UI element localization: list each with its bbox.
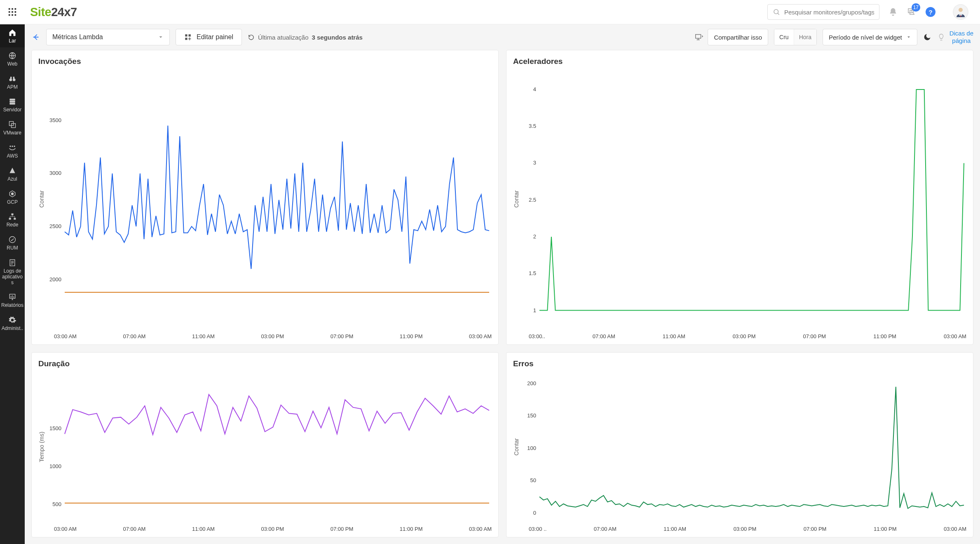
- widgets-icon: [184, 33, 192, 41]
- brand-site: Site: [30, 5, 51, 19]
- sidebar-item-label: Lar: [9, 38, 16, 44]
- svg-text:2500: 2500: [49, 223, 61, 229]
- x-axis: 03:00..07:00 AM11:00 AM03:00 PM07:00 PM1…: [513, 331, 966, 340]
- logs-icon: [8, 259, 16, 267]
- svg-text:4: 4: [533, 86, 536, 92]
- tips-line1: Dicas de: [950, 30, 973, 37]
- last-update-label: Última atualização: [258, 34, 309, 41]
- x-tick: 03:00 AM: [944, 526, 966, 532]
- svg-point-23: [9, 146, 11, 147]
- brand-suffix: 24x7: [51, 5, 77, 19]
- presentation-mode-button[interactable]: [694, 33, 703, 42]
- sidebar-item-network[interactable]: Rede: [0, 208, 25, 231]
- dashboard-selector[interactable]: Métricas Lambda: [46, 29, 170, 45]
- x-tick: 07:00 PM: [331, 333, 354, 339]
- x-tick: 11:00 PM: [400, 526, 423, 532]
- global-search[interactable]: [767, 4, 879, 20]
- notifications-bell-button[interactable]: [889, 7, 898, 16]
- svg-text:0: 0: [533, 509, 536, 516]
- dashboard-grid: Invocações Contar 2000250030003500 03:00…: [25, 50, 980, 544]
- card-duration: Duração Tempo (ms) 50010001500 03:00 AM0…: [31, 352, 499, 538]
- x-tick: 11:00 AM: [663, 526, 686, 532]
- widget-level-period-select[interactable]: Período de nível de widget: [823, 29, 917, 45]
- svg-rect-29: [9, 218, 11, 220]
- svg-text:1500: 1500: [49, 425, 61, 431]
- y-axis-label: Contar: [38, 68, 45, 331]
- refresh-icon: [248, 34, 255, 41]
- search-input[interactable]: [784, 9, 874, 16]
- page-tips[interactable]: Dicas de página: [937, 30, 973, 45]
- refresh-indicator[interactable]: Última atualização 3 segundos atrás: [248, 34, 363, 41]
- x-axis: 03:00 AM07:00 AM11:00 AM03:00 PM07:00 PM…: [38, 331, 492, 340]
- x-tick: 03:00 PM: [261, 526, 284, 532]
- sidebar-item-azure[interactable]: Azul: [0, 162, 25, 186]
- svg-rect-16: [10, 77, 12, 79]
- gcp-icon: [8, 190, 16, 198]
- sidebar-item-gcp[interactable]: GCP: [0, 186, 25, 209]
- reports-icon: [8, 293, 16, 301]
- svg-text:3.5: 3.5: [529, 123, 536, 129]
- svg-rect-3: [8, 11, 10, 13]
- y-axis-label: Contar: [513, 68, 520, 331]
- sidebar-item-applogs[interactable]: Logs de aplicativos: [0, 254, 25, 289]
- svg-rect-0: [8, 8, 10, 10]
- svg-text:100: 100: [527, 445, 536, 451]
- chevron-down-icon: [158, 34, 164, 40]
- x-tick: 03:00 AM: [469, 526, 492, 532]
- svg-text:3000: 3000: [49, 170, 61, 176]
- svg-rect-30: [14, 218, 16, 220]
- svg-rect-36: [185, 38, 187, 40]
- segment-hour[interactable]: Hora: [794, 29, 816, 45]
- card-invocations: Invocações Contar 2000250030003500 03:00…: [31, 50, 499, 345]
- presentation-icon: [694, 33, 703, 42]
- svg-rect-2: [14, 8, 16, 10]
- sidebar-item-web[interactable]: Web: [0, 47, 25, 71]
- apps-launcher-button[interactable]: [0, 0, 24, 24]
- sidebar: Lar Web APM Servidor VMware AWS Azul GC: [0, 24, 25, 544]
- x-tick: 07:00 PM: [804, 526, 827, 532]
- dark-mode-toggle[interactable]: [923, 33, 931, 41]
- svg-rect-34: [185, 34, 187, 36]
- svg-rect-4: [12, 11, 13, 13]
- aws-icon: [8, 144, 16, 152]
- brand-logo[interactable]: Site24x7: [30, 5, 77, 19]
- x-axis: 03:00 ..07:00 AM11:00 AM03:00 PM07:00 PM…: [513, 523, 966, 533]
- sidebar-item-vmware[interactable]: VMware: [0, 116, 25, 139]
- svg-text:1.5: 1.5: [529, 270, 536, 276]
- svg-rect-19: [9, 101, 15, 103]
- chart-canvas: 50010001500: [47, 370, 492, 524]
- sidebar-item-aws[interactable]: AWS: [0, 139, 25, 162]
- page-tips-link[interactable]: Dicas de página: [950, 30, 973, 45]
- card-title: Erros: [513, 359, 966, 368]
- edit-panel-button[interactable]: Editar painel: [176, 29, 242, 45]
- user-avatar[interactable]: [953, 4, 968, 20]
- x-tick: 11:00 AM: [192, 333, 215, 339]
- card-title: Invocações: [38, 57, 492, 66]
- x-tick: 03:00 AM: [944, 333, 966, 339]
- svg-rect-12: [959, 14, 962, 16]
- svg-text:150: 150: [527, 412, 536, 419]
- svg-rect-37: [696, 35, 701, 38]
- sidebar-item-apm[interactable]: APM: [0, 71, 25, 94]
- share-button[interactable]: Compartilhar isso: [708, 29, 768, 45]
- svg-point-14: [9, 78, 12, 81]
- announcements-button[interactable]: 17: [907, 7, 917, 17]
- sidebar-item-home[interactable]: Lar: [0, 24, 25, 47]
- help-button[interactable]: ?: [926, 7, 935, 17]
- sidebar-item-label: Administ..: [2, 326, 23, 332]
- svg-text:1000: 1000: [49, 463, 61, 469]
- sidebar-item-rum[interactable]: RUM: [0, 231, 25, 254]
- chart-canvas: 050100150200: [521, 370, 966, 524]
- card-throttles: Aceleradores Contar 11.522.533.54 03:00.…: [506, 50, 973, 345]
- svg-point-11: [959, 8, 963, 12]
- back-button[interactable]: [31, 33, 40, 42]
- chevron-down-icon: [906, 35, 911, 40]
- svg-rect-18: [9, 99, 15, 101]
- dashboard-selector-label: Métricas Lambda: [52, 33, 103, 41]
- segment-raw[interactable]: Cru: [774, 29, 794, 45]
- sidebar-item-server[interactable]: Servidor: [0, 93, 25, 116]
- svg-rect-28: [12, 214, 14, 215]
- sidebar-item-admin[interactable]: Administ..: [0, 312, 25, 335]
- sidebar-item-reports[interactable]: Relatórios: [0, 289, 25, 312]
- search-icon: [773, 8, 780, 16]
